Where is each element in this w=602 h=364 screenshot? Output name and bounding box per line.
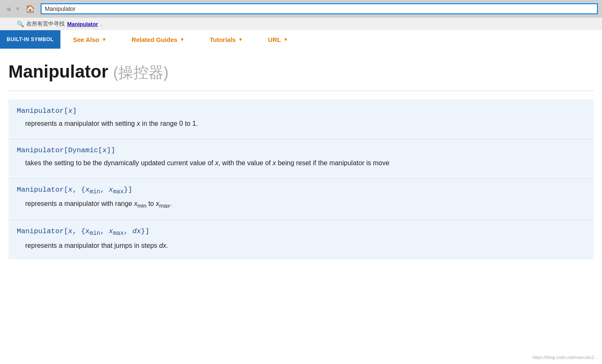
wolfram-nav-links: See Also ▼ Related Guides ▼ Tutorials ▼ … [60,30,602,49]
main-content: Manipulator (操控器) Manipulator[x] represe… [0,49,602,268]
see-also-chevron-icon: ▼ [102,37,107,42]
related-guides-chevron-icon: ▼ [180,37,185,42]
nav-link-url[interactable]: URL ▼ [255,30,301,49]
nav-buttons: ◀ ▼ 🏠 [4,3,37,14]
definition-text-4: represents a manipulator that jumps in s… [17,240,585,251]
dropdown-button[interactable]: ▼ [13,5,22,13]
url-label: URL [268,36,281,43]
page-title-text: Manipulator [8,62,108,81]
def1-link[interactable]: Manipulator [17,107,64,115]
definition-text-2: takes the setting to be the dynamically … [17,158,585,169]
definition-signature-4: Manipulator[x, {xmin, xmax, dx}] [17,227,585,237]
wolfram-nav-bar: BUILT-IN SYMBOL See Also ▼ Related Guide… [0,30,602,49]
page-title: Manipulator (操控器) [8,61,594,82]
definition-block-4: Manipulator[x, {xmin, xmax, dx}] represe… [8,220,594,259]
nav-link-related-guides[interactable]: Related Guides ▼ [119,30,197,49]
tutorials-label: Tutorials [210,36,236,43]
definition-text-1: represents a manipulator with setting x … [17,118,585,129]
def2-link[interactable]: Manipulator [17,146,64,154]
built-in-symbol-badge: BUILT-IN SYMBOL [0,30,60,49]
search-icon: 🔍 [17,21,24,27]
url-chevron-icon: ▼ [284,37,288,42]
search-suggestion-link[interactable]: Manipulator [67,21,98,27]
definition-block-1: Manipulator[x] represents a manipulator … [8,99,594,138]
definition-block-3: Manipulator[x, {xmin, xmax}] represents … [8,178,594,219]
page-title-subtitle: (操控器) [113,64,169,81]
def4-link[interactable]: Manipulator [17,227,64,235]
search-suggestion-suffix: . [101,21,102,27]
footer-watermark: https://blog.csdn.net/marcain2... [532,355,598,360]
tutorials-chevron-icon: ▼ [238,37,243,42]
search-suggestion-prefix: 在所有页中寻找 [26,20,65,28]
related-guides-label: Related Guides [132,36,177,43]
definition-signature-2: Manipulator[Dynamic[x]] [17,146,585,154]
nav-link-see-also[interactable]: See Also ▼ [60,30,119,49]
definition-signature-3: Manipulator[x, {xmin, xmax}] [17,186,585,195]
def2-dynamic-link[interactable]: Dynamic [68,146,98,154]
def3-link[interactable]: Manipulator [17,186,64,194]
address-input[interactable] [41,3,598,14]
back-button[interactable]: ◀ [4,5,12,13]
nav-link-tutorials[interactable]: Tutorials ▼ [197,30,255,49]
see-also-label: See Also [73,36,99,43]
top-bar: ◀ ▼ 🏠 [0,0,602,18]
title-divider [8,91,594,91]
definition-block-2: Manipulator[Dynamic[x]] takes the settin… [8,139,594,177]
search-suggestion-bar: 🔍 在所有页中寻找 Manipulator . [0,18,602,30]
home-button[interactable]: 🏠 [23,3,37,14]
definition-signature-1: Manipulator[x] [17,107,585,115]
definition-text-3: represents a manipulator with range xmin… [17,198,585,211]
